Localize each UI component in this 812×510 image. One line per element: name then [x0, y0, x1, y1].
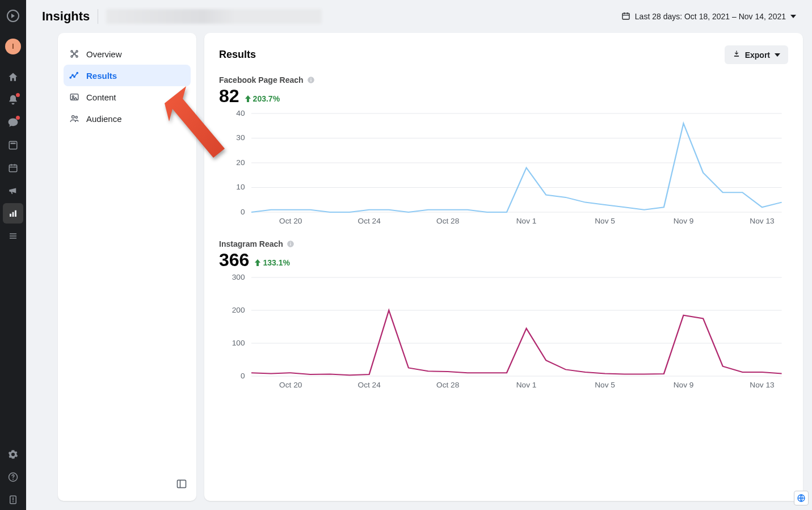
locale-globe[interactable]	[794, 491, 809, 505]
chart-facebook-reach: 010203040Oct 20Oct 24Oct 28Nov 1Nov 5Nov…	[219, 109, 788, 228]
collapse-sidebar[interactable]	[176, 478, 187, 492]
megaphone-icon	[8, 186, 18, 196]
date-range-label: Last 28 days: Oct 18, 2021 – Nov 14, 202…	[635, 12, 786, 21]
svg-point-15	[76, 56, 78, 57]
svg-point-24	[75, 116, 77, 118]
svg-point-18	[72, 74, 73, 75]
suite-logo[interactable]	[3, 6, 23, 26]
divider	[98, 9, 98, 24]
svg-point-22	[72, 96, 74, 98]
rail-inbox[interactable]	[3, 112, 23, 133]
svg-rect-3	[9, 165, 17, 172]
svg-text:0: 0	[241, 372, 245, 380]
svg-rect-1	[9, 141, 17, 149]
date-range-picker[interactable]: Last 28 days: Oct 18, 2021 – Nov 14, 202…	[621, 11, 796, 22]
svg-text:Nov 5: Nov 5	[595, 381, 615, 389]
nav-overview[interactable]: Overview	[64, 43, 191, 65]
rail-more[interactable]	[3, 226, 23, 246]
help-icon	[8, 472, 18, 482]
svg-text:100: 100	[232, 339, 245, 347]
svg-point-8	[12, 479, 14, 480]
metric-title: Facebook Page Reach	[219, 75, 304, 85]
calendar-icon	[621, 11, 630, 22]
svg-text:Oct 24: Oct 24	[358, 217, 381, 225]
insights-subnav: Overview Results Content Audience	[58, 33, 196, 501]
info-icon[interactable]	[287, 240, 294, 248]
nav-content[interactable]: Content	[64, 86, 191, 108]
svg-point-19	[74, 76, 75, 77]
notification-dot	[16, 93, 20, 97]
svg-rect-5	[12, 212, 14, 217]
svg-text:Nov 13: Nov 13	[750, 381, 774, 389]
export-button[interactable]: Export	[725, 45, 788, 64]
svg-text:Nov 1: Nov 1	[516, 217, 537, 225]
gear-icon	[8, 449, 18, 460]
nav-audience[interactable]: Audience	[64, 108, 191, 129]
nav-label: Overview	[86, 49, 122, 59]
svg-point-48	[290, 242, 291, 243]
rail-ads[interactable]	[3, 180, 23, 201]
rail-settings[interactable]	[3, 444, 23, 465]
rail-help[interactable]	[3, 467, 23, 487]
svg-point-10	[12, 501, 14, 502]
svg-point-28	[310, 78, 312, 79]
svg-point-16	[74, 53, 75, 55]
metric-instagram-reach: Instagram Reach 366 133.1% 0100200300Oct…	[219, 239, 788, 392]
home-icon	[7, 71, 19, 83]
svg-text:Nov 9: Nov 9	[674, 381, 694, 389]
bar-chart-icon	[8, 208, 18, 218]
svg-text:Oct 24: Oct 24	[358, 381, 381, 389]
chevron-down-icon	[790, 15, 796, 18]
chart-instagram-reach: 0100200300Oct 20Oct 24Oct 28Nov 1Nov 5No…	[219, 273, 788, 392]
svg-text:Nov 9: Nov 9	[674, 217, 694, 225]
metric-title: Instagram Reach	[219, 239, 283, 248]
nav-label: Content	[86, 92, 116, 102]
chevron-down-icon	[775, 53, 780, 57]
svg-point-17	[70, 77, 71, 78]
posts-icon	[8, 140, 18, 150]
metric-delta: 133.1%	[255, 258, 289, 267]
metric-value: 82	[219, 86, 239, 107]
notification-dot	[16, 116, 20, 120]
svg-text:Oct 20: Oct 20	[279, 217, 302, 225]
svg-point-12	[71, 50, 73, 52]
account-avatar[interactable]: I	[5, 39, 21, 54]
account-selector[interactable]	[106, 9, 322, 24]
svg-text:30: 30	[236, 134, 245, 142]
svg-point-14	[71, 56, 73, 57]
menu-icon	[8, 231, 18, 241]
download-icon	[733, 50, 741, 60]
svg-point-23	[72, 116, 75, 119]
global-nav-rail: I	[0, 0, 26, 510]
info-icon[interactable]	[307, 76, 315, 84]
calendar-icon	[8, 163, 18, 173]
svg-point-20	[77, 72, 78, 73]
nav-label: Audience	[86, 114, 122, 124]
svg-point-13	[76, 50, 78, 52]
avatar-initial: I	[12, 43, 14, 50]
nav-results[interactable]: Results	[64, 65, 191, 86]
svg-text:300: 300	[232, 273, 245, 281]
rail-report[interactable]	[3, 490, 23, 510]
metric-delta: 203.7%	[245, 94, 280, 103]
rail-calendar[interactable]	[3, 158, 23, 178]
svg-text:10: 10	[236, 183, 245, 191]
page-title: Insights	[42, 9, 90, 24]
rail-home[interactable]	[3, 67, 23, 87]
svg-text:200: 200	[232, 306, 245, 314]
svg-rect-27	[310, 79, 311, 82]
topbar: Insights Last 28 days: Oct 18, 2021 – No…	[26, 0, 812, 33]
nav-label: Results	[86, 71, 117, 81]
rail-posts[interactable]	[3, 135, 23, 155]
rail-notifications[interactable]	[3, 90, 23, 110]
svg-rect-4	[10, 214, 11, 217]
export-label: Export	[745, 50, 770, 60]
arrow-up-icon	[255, 259, 260, 266]
rail-insights[interactable]	[3, 203, 23, 224]
metric-value: 366	[219, 250, 249, 271]
svg-text:Nov 5: Nov 5	[595, 217, 615, 225]
svg-text:0: 0	[241, 208, 245, 216]
svg-text:20: 20	[236, 159, 245, 167]
results-panel: Results Export Facebook Page Reach	[204, 33, 803, 501]
svg-rect-2	[11, 143, 16, 144]
